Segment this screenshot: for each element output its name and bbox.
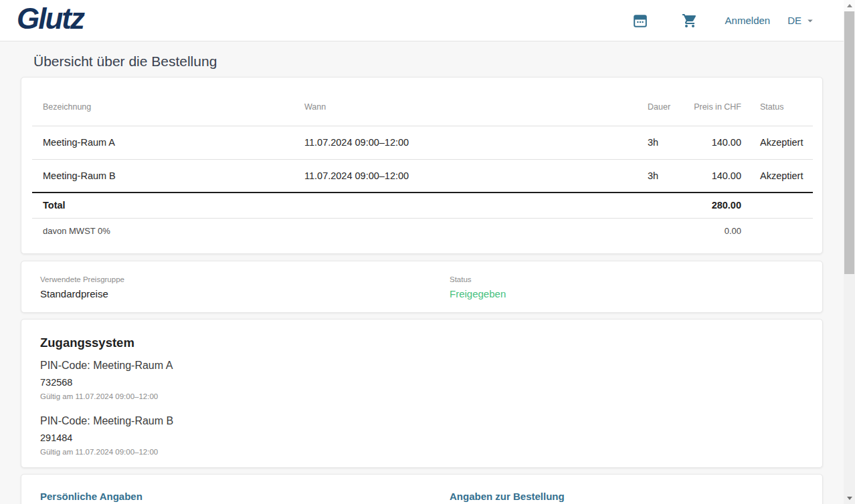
column-header-bezeichnung: Bezeichnung (32, 78, 304, 126)
total-value: 280.00 (685, 193, 741, 218)
access-system-card: Zugangssystem PIN-Code: Meeting-Raum A 7… (21, 319, 823, 468)
pin-validity: Gültig am 11.07.2024 09:00–12:00 (40, 448, 803, 456)
login-link[interactable]: Anmelden (725, 15, 771, 26)
vertical-scrollbar[interactable] (844, 0, 855, 504)
pin-block: PIN-Code: Meeting-Raum A 732568 Gültig a… (40, 360, 803, 400)
order-table: Bezeichnung Wann Dauer Preis in CHF Stat… (32, 78, 813, 243)
order-status-value: Freigegeben (450, 288, 803, 299)
column-header-dauer: Dauer (648, 78, 685, 126)
total-row: Total 280.00 (32, 193, 813, 218)
cell-name: Meeting-Raum A (32, 126, 304, 159)
glutz-logo[interactable]: Glutz (17, 4, 84, 37)
pin-block: PIN-Code: Meeting-Raum B 291484 Gültig a… (40, 415, 803, 456)
total-label: Total (32, 193, 304, 218)
pin-code: 732568 (40, 377, 803, 388)
cell-duration: 3h (648, 159, 685, 193)
column-header-wann: Wann (304, 78, 648, 126)
details-card: Persönliche Angaben Angaben zur Bestellu… (21, 474, 823, 504)
column-header-preis: Preis in CHF (685, 78, 741, 126)
status-badge: Akzeptiert (741, 159, 813, 193)
cell-price: 140.00 (685, 126, 741, 159)
cell-price: 140.00 (685, 159, 741, 193)
header-actions: Anmelden DE (632, 12, 823, 29)
order-status-field: Status Freigegeben (450, 275, 803, 299)
cell-duration: 3h (648, 126, 685, 159)
price-group-label: Verwendete Preisgruppe (40, 275, 450, 283)
vat-row: davon MWST 0% 0.00 (32, 218, 813, 243)
calendar-icon[interactable] (632, 12, 649, 29)
cell-when: 11.07.2024 09:00–12:00 (304, 126, 648, 159)
cell-when: 11.07.2024 09:00–12:00 (304, 159, 648, 193)
main-content: Übersicht über die Bestellung Bezeichnun… (0, 52, 844, 504)
table-row: Meeting-Raum B 11.07.2024 09:00–12:00 3h… (32, 159, 813, 193)
scroll-up-arrow[interactable] (844, 0, 855, 11)
language-switcher[interactable]: DE (787, 15, 816, 27)
pin-title: PIN-Code: Meeting-Raum B (40, 415, 803, 427)
scrollbar-thumb[interactable] (844, 11, 854, 274)
vat-value: 0.00 (685, 218, 741, 243)
pin-title: PIN-Code: Meeting-Raum A (40, 360, 803, 372)
price-group-card: Verwendete Preisgruppe Standardpreise St… (21, 261, 823, 313)
language-label: DE (787, 15, 801, 26)
order-details-title: Angaben zur Bestellung (450, 491, 803, 502)
vat-label: davon MWST 0% (32, 218, 304, 243)
personal-details-title: Persönliche Angaben (40, 491, 450, 502)
price-group-field: Verwendete Preisgruppe Standardpreise (40, 275, 450, 299)
cell-name: Meeting-Raum B (32, 159, 304, 193)
table-header-row: Bezeichnung Wann Dauer Preis in CHF Stat… (32, 78, 813, 126)
caret-down-icon (804, 15, 816, 27)
scroll-down-arrow[interactable] (844, 493, 855, 504)
status-badge: Akzeptiert (741, 126, 813, 159)
price-group-value: Standardpreise (40, 288, 450, 299)
pin-validity: Gültig am 11.07.2024 09:00–12:00 (40, 392, 803, 400)
table-row: Meeting-Raum A 11.07.2024 09:00–12:00 3h… (32, 126, 813, 159)
order-status-label: Status (450, 275, 803, 283)
page-title: Übersicht über die Bestellung (33, 52, 844, 71)
app-header: Glutz Anmelden DE (0, 0, 844, 41)
cart-icon[interactable] (681, 12, 698, 29)
order-table-card: Bezeichnung Wann Dauer Preis in CHF Stat… (21, 77, 823, 254)
pin-code: 291484 (40, 432, 803, 443)
column-header-status: Status (741, 78, 813, 126)
access-system-title: Zugangssystem (40, 336, 803, 350)
